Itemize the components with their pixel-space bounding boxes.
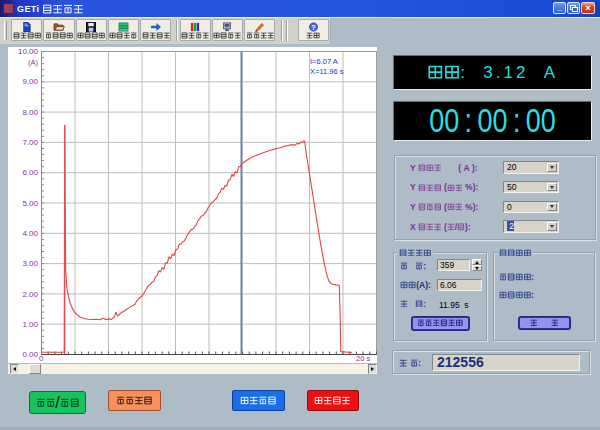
svg-text:20 s: 20 s: [356, 354, 370, 363]
svg-text:(A): (A): [28, 58, 39, 67]
svg-text:2.00: 2.00: [22, 290, 38, 299]
svg-text:10.00: 10.00: [18, 47, 39, 56]
svg-text:7.00: 7.00: [22, 138, 38, 147]
svg-text:?: ?: [311, 22, 315, 31]
svg-text:4.00: 4.00: [22, 229, 38, 238]
svg-text:0.00: 0.00: [22, 350, 38, 359]
svg-text:I=6.07 A: I=6.07 A: [310, 57, 338, 66]
svg-text:X=11.96 s: X=11.96 s: [310, 67, 344, 76]
svg-text:0: 0: [39, 354, 44, 363]
svg-text:5.00: 5.00: [22, 199, 38, 208]
svg-text:9.00: 9.00: [22, 77, 38, 86]
svg-text:1.00: 1.00: [22, 320, 38, 329]
svg-text:6.00: 6.00: [22, 168, 38, 177]
svg-text:8.00: 8.00: [22, 108, 38, 117]
svg-text:3.00: 3.00: [22, 259, 38, 268]
